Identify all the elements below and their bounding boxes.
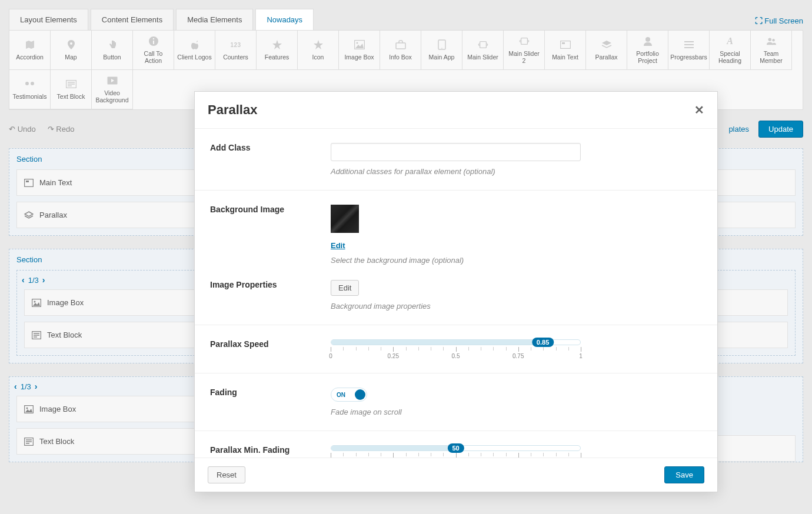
minfading-label: Parallax Min. Fading [210,445,331,458]
svg-point-8 [441,48,442,49]
imgprops-edit-button[interactable]: Edit [331,280,359,296]
element-label: Counters [223,54,248,61]
svg-rect-6 [396,43,405,49]
svg-point-35 [26,407,28,409]
element-call-to-action[interactable]: Call To Action [133,31,174,70]
col-next[interactable]: › [42,275,45,285]
card-icon [24,179,34,187]
col-next[interactable]: › [35,382,38,391]
element-label: Team Member [753,50,789,64]
col-prev[interactable]: ‹ [22,275,25,285]
quote-icon [25,79,35,89]
tab-layout-elements[interactable]: Layout Elements [9,9,88,30]
block-label: Main Text [39,178,72,187]
element-special-heading[interactable]: ASpecial Heading [710,31,751,70]
block-label: Text Block [39,437,74,446]
bgimage-label: Background Image [210,205,331,265]
redo-button[interactable]: ↷ Redo [48,125,75,133]
image-icon [32,299,41,307]
element-label: Features [265,54,289,61]
element-label: Text Block [57,93,85,100]
svg-point-19 [25,82,29,85]
tab-media-elements[interactable]: Media Elements [176,9,253,30]
element-map[interactable]: Map [51,31,92,70]
element-label: Icon [312,54,324,61]
element-button[interactable]: Button [92,31,133,70]
element-team-member[interactable]: Team Member [751,31,792,70]
element-main-text[interactable]: Main Text [545,31,586,70]
text-icon [32,331,41,339]
undo-button[interactable]: ↶ Undo [9,125,36,133]
svg-point-18 [772,39,775,42]
slider-icon [478,39,488,50]
templates-link[interactable]: plates [728,125,749,133]
element-accordion[interactable]: Accordion [9,31,51,70]
col-prev[interactable]: ‹ [14,382,17,391]
element-features[interactable]: Features [257,31,298,70]
element-label: Map [65,54,76,61]
column-size-label: 1/3 [21,382,31,391]
fading-toggle[interactable]: ON [331,388,367,402]
element-label: Special Heading [712,50,748,64]
parallax-modal: Parallax ✕ Add Class Additional classes … [194,91,718,492]
svg-rect-9 [480,42,486,48]
element-label: Client Logos [177,54,211,61]
element-label: Call To Action [135,50,171,64]
element-main-slider-2[interactable]: Main Slider 2 [504,31,545,70]
imgprops-help: Background image properties [331,302,702,311]
reset-button[interactable]: Reset [208,466,245,483]
element-icon[interactable]: Icon [298,31,339,70]
slider-icon [519,36,530,46]
map-icon [25,39,35,50]
fading-label: Fading [210,388,331,416]
tablet-icon [437,39,447,50]
element-label: Testimonials [13,93,47,100]
apple-icon [189,39,200,50]
element-image-box[interactable]: Image Box [339,31,380,70]
text-icon [66,79,76,89]
element-label: Main App [429,54,455,61]
info-icon [148,36,159,46]
element-progressbars[interactable]: Progressbars [668,31,710,70]
layers-icon [601,39,612,50]
addclass-input[interactable] [331,143,581,161]
heading-icon: A [725,36,736,46]
hand-icon [107,39,118,50]
toggle-label: ON [337,392,345,398]
minfading-slider[interactable]: 50 0255075100 [331,445,581,458]
element-label: Info Box [389,54,412,61]
modal-title: Parallax [208,102,257,118]
tab-content-elements[interactable]: Content Elements [91,9,174,30]
element-label: Main Slider [467,54,498,61]
svg-point-29 [34,301,36,302]
minfading-thumb[interactable]: 50 [447,443,464,453]
update-button[interactable]: Update [758,121,803,138]
fullscreen-link[interactable]: Full Screen [755,16,803,30]
briefcase-icon [395,39,406,50]
element-parallax[interactable]: Parallax [586,31,627,70]
element-testimonials[interactable]: Testimonials [9,70,51,109]
addclass-label: Add Class [210,143,331,176]
block-label: Image Box [39,405,76,413]
element-video-background[interactable]: Video Background [92,70,133,109]
tab-nowadays[interactable]: Nowadays [255,9,314,30]
element-label: Progressbars [670,54,707,61]
element-main-slider[interactable]: Main Slider [462,31,504,70]
user-icon [643,36,653,46]
element-portfolio-project[interactable]: Portfolio Project [627,31,668,70]
element-counters[interactable]: 123Counters [215,31,257,70]
element-info-box[interactable]: Info Box [380,31,421,70]
num-icon: 123 [231,39,241,50]
save-button[interactable]: Save [664,466,704,483]
speed-slider[interactable]: 0.85 00.250.50.751 [331,339,581,359]
speed-thumb[interactable]: 0.85 [532,338,554,347]
layers-icon [24,211,34,219]
block-label: Parallax [39,211,67,219]
bgimage-edit-link[interactable]: Edit [331,241,345,250]
element-client-logos[interactable]: Client Logos [174,31,215,70]
element-text-block[interactable]: Text Block [51,70,92,109]
close-icon[interactable]: ✕ [694,103,704,117]
element-main-app[interactable]: Main App [421,31,462,70]
bgimage-thumb[interactable] [331,205,359,233]
svg-point-3 [152,38,154,39]
